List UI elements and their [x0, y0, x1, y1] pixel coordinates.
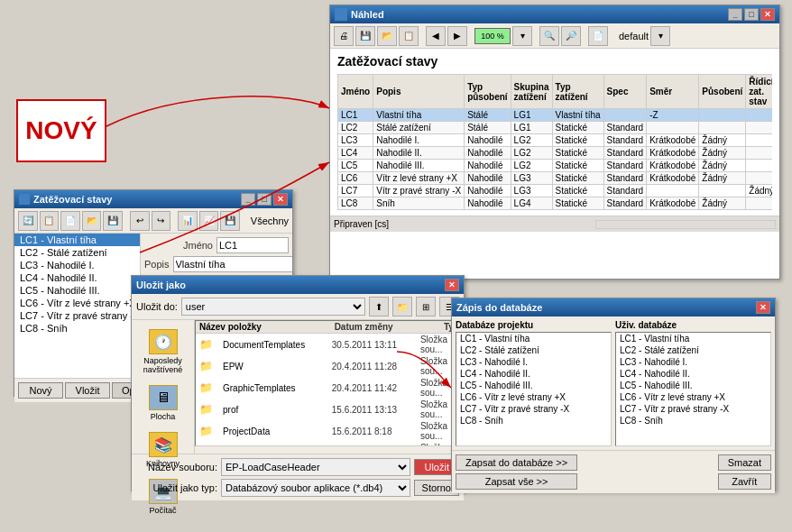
preview-minimize-btn[interactable]: _ [728, 8, 742, 21]
db-item[interactable]: LC1 - Vlastní tíha [616, 333, 770, 344]
save-title-left: Uložit jako [136, 280, 186, 290]
file-row[interactable]: 📁GraphicTemplates20.4.2011 11:42Složka s… [196, 377, 463, 399]
db-item[interactable]: LC5 - Nahodilé III. [456, 380, 611, 391]
preview-tb-save[interactable]: 💾 [355, 26, 375, 46]
side-recent[interactable]: 🕐 Naposledy navštívené [136, 329, 189, 374]
db-item[interactable]: LC7 - Vítr z pravé strany -X [616, 403, 770, 415]
popis-input[interactable] [173, 256, 292, 272]
db-close[interactable]: ✕ [756, 301, 770, 314]
list-item[interactable]: LC7 - Vítr z pravé strany -X [14, 309, 140, 322]
col-jmeno: Jméno [338, 75, 373, 109]
jmeno-input[interactable] [216, 237, 289, 253]
table-cell: Nahodilé [465, 185, 511, 197]
zapsat-vse-btn[interactable]: Zapsat vše >> [456, 473, 577, 490]
list-item[interactable]: LC5 - Nahodilé III. [14, 284, 140, 297]
save-up[interactable]: ⬆ [369, 297, 389, 316]
preview-status-bar: Připraven [cs] [330, 216, 779, 232]
db-item[interactable]: LC5 - Nahodilé III. [616, 380, 770, 391]
table-cell: Nahodilé [465, 134, 511, 147]
list-item[interactable]: LC1 - Vlastní tíha [14, 234, 140, 246]
db-item[interactable]: LC3 - Nahodilé I. [616, 356, 770, 368]
db-content: Databáze projektu LC1 - Vlastní tíhaLC2 … [452, 316, 775, 450]
zat-minimize[interactable]: _ [241, 193, 255, 206]
preview-tb-prev[interactable]: ◀ [426, 26, 446, 46]
preview-status: Připraven [cs] [334, 219, 389, 229]
folder-icon: 📁 [199, 381, 213, 394]
table-cell: Standard [603, 185, 647, 197]
zapsat-btn[interactable]: Zapsat do databáze >> [456, 454, 577, 471]
preview-tb-zoom-dropdown[interactable]: ▾ [512, 26, 532, 46]
novy-button[interactable]: Nový [18, 382, 63, 399]
list-item[interactable]: LC2 - Stálé zatížení [14, 246, 140, 259]
list-item[interactable]: LC8 - Sníh [14, 322, 140, 335]
db-item[interactable]: LC8 - Sníh [456, 415, 611, 427]
zat-tb-undo[interactable]: ↩ [130, 211, 150, 231]
file-row[interactable]: 📁DocumentTemplates30.5.2011 13:11Složka … [196, 334, 463, 355]
side-desktop-label: Plocha [151, 412, 176, 421]
db-item[interactable]: LC2 - Stálé zatížení [456, 344, 611, 356]
file-row[interactable]: 📁prof15.6.2011 13:13Složka sou... [196, 399, 463, 420]
list-item[interactable]: LC4 - Nahodilé II. [14, 271, 140, 284]
list-item[interactable]: LC3 - Nahodilé I. [14, 259, 140, 271]
table-cell: Vlastní tíha [552, 109, 603, 122]
file-date: 30.5.2011 13:11 [332, 340, 413, 350]
smazat-db-btn[interactable]: Smazat [718, 454, 771, 471]
form-row-popis: Popis [144, 256, 289, 272]
save-view[interactable]: ⊞ [416, 297, 436, 316]
zat-tb-redo[interactable]: ↪ [152, 211, 171, 231]
zat-tb-5[interactable]: 💾 [103, 211, 123, 231]
preview-close-btn[interactable]: ✕ [760, 8, 775, 21]
filename-input[interactable]: EP-LoadCaseHeader [221, 458, 410, 476]
preview-tb-copy[interactable]: 📋 [399, 26, 419, 46]
file-row[interactable]: 📁EPW20.4.2011 11:28Složka sou... [196, 355, 463, 377]
save-folder-new[interactable]: 📁 [392, 297, 412, 316]
file-list-container: Název položky Datum změny Typ 📁DocumentT… [195, 320, 464, 454]
zat-title: Zatěžovací stavy [33, 194, 112, 205]
col-popis: Popis [373, 75, 465, 109]
vlozit-button[interactable]: Vložit [65, 382, 110, 399]
save-title: Uložit jako [136, 280, 186, 290]
db-item[interactable]: LC1 - Vlastní tíha [456, 333, 611, 344]
table-cell: Žádný [699, 160, 746, 172]
save-close[interactable]: ✕ [445, 279, 459, 291]
zat-tb-2[interactable]: 📋 [40, 211, 60, 231]
table-cell [746, 109, 772, 122]
zat-close[interactable]: ✕ [273, 193, 288, 206]
preview-hscroll[interactable] [595, 220, 776, 229]
zat-tb-7[interactable]: 📈 [199, 211, 219, 231]
zat-tb-3[interactable]: 📄 [60, 211, 80, 231]
file-date: 20.4.2011 11:28 [332, 362, 413, 371]
zat-tb-8[interactable]: 💾 [220, 211, 240, 231]
db-item[interactable]: LC6 - Vítr z levé strany +X [456, 391, 611, 403]
file-row[interactable]: 📁ProjectData15.6.2011 8:18Složka sou... [196, 420, 463, 442]
zavrit-btn[interactable]: Zavřít [718, 473, 771, 490]
file-row[interactable]: 📁PROPCTRL18.5.2011 14:14Složka sou... [196, 442, 463, 446]
preview-tb-open[interactable]: 📂 [377, 26, 397, 46]
zat-maximize[interactable]: □ [257, 193, 272, 206]
zat-tb-6[interactable]: 📊 [178, 211, 198, 231]
preview-tb-next[interactable]: ▶ [447, 26, 467, 46]
filetype-select[interactable]: Databázový soubor aplikace (*.db4) [221, 479, 410, 497]
preview-tb-zoom-in[interactable]: 🔍 [539, 26, 559, 46]
table-cell: LC5 [338, 160, 373, 172]
save-topbar: Uložit do: user ⬆ 📁 ⊞ ☰ [132, 294, 464, 320]
db-item[interactable]: LC8 - Sníh [616, 415, 770, 427]
db-item[interactable]: LC3 - Nahodilé I. [456, 356, 611, 368]
preview-tb-template-dropdown[interactable]: ▾ [650, 26, 670, 46]
ulozit-do-select[interactable]: user [181, 298, 365, 316]
zat-tb-4[interactable]: 📂 [82, 211, 102, 231]
db-item[interactable]: LC2 - Stálé zatížení [616, 344, 770, 356]
table-cell: Nahodilé [465, 160, 511, 172]
preview-tb-page[interactable]: 📄 [588, 26, 608, 46]
preview-tb-zoom-out[interactable]: 🔎 [561, 26, 581, 46]
side-desktop[interactable]: 🖥 Plocha [149, 385, 178, 421]
db-item[interactable]: LC6 - Vítr z levé strany +X [616, 391, 770, 403]
preview-maximize-btn[interactable]: □ [744, 8, 759, 21]
db-item[interactable]: LC4 - Nahodilé II. [456, 368, 611, 380]
zat-tb-1[interactable]: 🔄 [18, 211, 38, 231]
db-item[interactable]: LC7 - Vítr z pravé strany -X [456, 403, 611, 415]
list-item[interactable]: LC6 - Vítr z levé strany +X [14, 297, 140, 309]
preview-tb-print[interactable]: 🖨 [334, 26, 354, 46]
table-cell: Nahodilé III. [373, 160, 465, 172]
db-item[interactable]: LC4 - Nahodilé II. [616, 368, 770, 380]
